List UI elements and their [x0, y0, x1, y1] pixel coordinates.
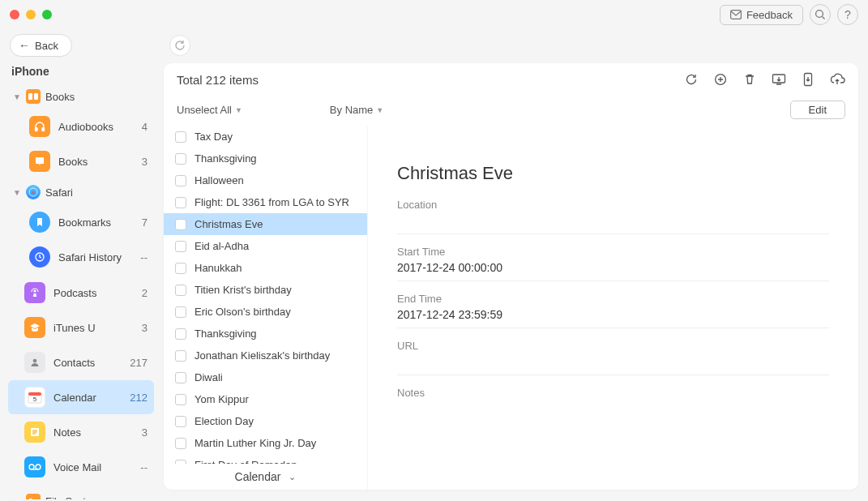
svg-rect-2 — [28, 93, 32, 100]
back-button[interactable]: ← Back — [10, 34, 72, 57]
edit-button[interactable]: Edit — [790, 101, 845, 119]
event-row[interactable]: Halloween — [164, 169, 367, 191]
sidebar-item-books[interactable]: Books 3 — [8, 144, 154, 178]
zoom-window-button[interactable] — [42, 10, 52, 19]
event-row[interactable]: Eric Olson's birthday — [164, 301, 367, 323]
sidebar-item-safari-history[interactable]: Safari History -- — [8, 240, 154, 274]
chevron-down-icon: ▼ — [235, 106, 242, 114]
count-badge: 3 — [142, 322, 148, 334]
svg-point-8 — [33, 289, 36, 292]
sidebar-item-audiobooks[interactable]: Audiobooks 4 — [8, 109, 154, 143]
close-window-button[interactable] — [10, 10, 19, 19]
back-label: Back — [35, 40, 58, 52]
event-row[interactable]: Hanukkah — [164, 257, 367, 279]
search-button[interactable] — [810, 4, 831, 25]
sidebar-group-filesystem[interactable]: ▶ File System — [8, 489, 154, 499]
upload-cloud-button[interactable] — [829, 71, 845, 88]
svg-rect-3 — [34, 93, 38, 100]
event-row[interactable]: Election Day — [164, 410, 367, 432]
sidebar-refresh-button[interactable] — [169, 35, 190, 56]
question-icon: ? — [844, 8, 851, 21]
end-time-label: End Time — [397, 293, 829, 305]
feedback-button[interactable]: Feedback — [720, 5, 803, 25]
event-row[interactable]: Thanksgiving — [164, 323, 367, 345]
checkbox[interactable] — [175, 416, 186, 427]
event-label: Martin Luther King Jr. Day — [195, 437, 316, 449]
event-row[interactable]: Christmas Eve — [164, 213, 367, 235]
checkbox[interactable] — [175, 241, 186, 252]
count-badge: 7 — [142, 216, 148, 229]
event-row[interactable]: Titien Krist's birthday — [164, 279, 367, 301]
books-icon — [26, 89, 41, 104]
checkbox[interactable] — [175, 285, 186, 296]
count-badge: 2 — [142, 287, 148, 299]
checkbox[interactable] — [175, 153, 186, 165]
event-label: Thanksgiving — [195, 152, 257, 165]
unselect-label: Unselect All — [177, 104, 232, 116]
sidebar-item-notes[interactable]: Notes 3 — [8, 415, 154, 449]
sidebar-item-label: Audiobooks — [58, 121, 113, 133]
count-badge: 4 — [142, 121, 148, 133]
list-footer-dropdown[interactable]: Calendar ⌄ — [164, 464, 367, 490]
checkbox[interactable] — [175, 394, 186, 405]
sidebar-item-podcasts[interactable]: Podcasts 2 — [8, 276, 154, 310]
export-to-device-button[interactable] — [800, 71, 816, 88]
sidebar-group-books[interactable]: ▼ Books — [8, 84, 154, 109]
checkbox[interactable] — [175, 350, 186, 362]
event-row[interactable]: Yom Kippur — [164, 388, 367, 410]
count-badge: -- — [140, 461, 148, 473]
sidebar-item-label: iTunes U — [53, 322, 96, 334]
sidebar-item-label: Voice Mail — [53, 461, 101, 473]
checkbox[interactable] — [175, 175, 186, 186]
headphones-icon — [29, 116, 50, 137]
help-button[interactable]: ? — [837, 4, 858, 25]
sidebar-item-contacts[interactable]: Contacts 217 — [8, 345, 154, 379]
checkbox[interactable] — [175, 306, 186, 318]
voicemail-icon — [24, 456, 45, 477]
graduation-icon — [24, 317, 45, 338]
event-list[interactable]: Tax DayThanksgivingHalloweenFlight: DL 3… — [164, 126, 368, 490]
checkbox[interactable] — [175, 372, 186, 383]
event-row[interactable]: Diwali — [164, 366, 367, 388]
sidebar-item-calendar[interactable]: 5 Calendar 212 — [8, 380, 154, 414]
event-row[interactable]: Eid al-Adha — [164, 235, 367, 257]
add-button[interactable] — [712, 71, 729, 88]
checkbox[interactable] — [175, 263, 186, 274]
event-row[interactable]: Martin Luther King Jr. Day — [164, 432, 367, 454]
event-row[interactable]: Jonathan Kieliszak's birthday — [164, 345, 367, 366]
event-label: Eid al-Adha — [195, 240, 249, 252]
event-label: Halloween — [195, 174, 244, 186]
group-label: Books — [45, 91, 75, 103]
sidebar-group-safari[interactable]: ▼ Safari — [8, 180, 154, 204]
checkbox[interactable] — [175, 438, 186, 449]
export-to-pc-button[interactable] — [771, 71, 787, 88]
sidebar-item-itunes-u[interactable]: iTunes U 3 — [8, 310, 154, 345]
location-label: Location — [397, 199, 829, 211]
unselect-all-button[interactable]: Unselect All ▼ — [177, 104, 242, 116]
svg-point-1 — [816, 11, 823, 18]
sidebar-item-label: Books — [58, 156, 88, 168]
count-badge: 3 — [142, 426, 148, 439]
delete-button[interactable] — [742, 71, 758, 88]
folder-icon — [26, 494, 41, 499]
event-label: Jonathan Kieliszak's birthday — [195, 349, 330, 362]
checkbox[interactable] — [175, 328, 186, 340]
sort-dropdown[interactable]: By Name ▼ — [330, 104, 383, 116]
sidebar-item-voice-mail[interactable]: Voice Mail -- — [8, 450, 154, 484]
event-label: Yom Kippur — [195, 393, 249, 405]
checkbox[interactable] — [175, 219, 186, 230]
event-row[interactable]: Flight: DL 3361 from LGA to SYR — [164, 191, 367, 213]
minimize-window-button[interactable] — [26, 10, 36, 19]
event-label: Hanukkah — [195, 262, 242, 274]
checkbox[interactable] — [175, 197, 186, 208]
sidebar-item-bookmarks[interactable]: Bookmarks 7 — [8, 205, 154, 239]
checkbox[interactable] — [175, 131, 186, 143]
event-row[interactable]: Thanksgiving — [164, 148, 367, 169]
mail-icon — [730, 10, 742, 19]
refresh-button[interactable] — [683, 71, 699, 88]
url-value — [397, 355, 829, 370]
svg-rect-0 — [731, 11, 742, 19]
event-label: Christmas Eve — [195, 218, 263, 230]
event-row[interactable]: Tax Day — [164, 126, 367, 148]
sidebar-item-label: Podcasts — [53, 287, 96, 299]
